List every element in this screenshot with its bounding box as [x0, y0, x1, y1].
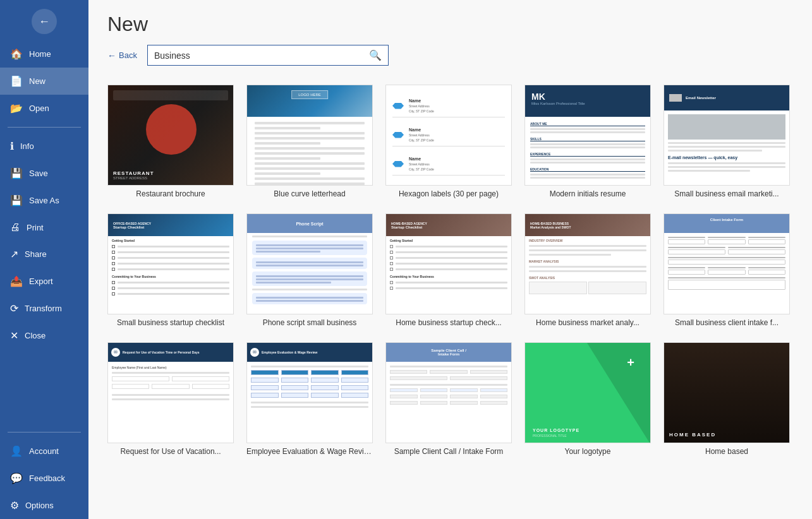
- template-grid: RESTAURANT STREET ADDRESS Restaurant bro…: [88, 72, 812, 519]
- template-thumb-checklist: OFFICE-BASED AGENCY Startup Checklist Ge…: [107, 213, 234, 314]
- sidebar-item-save-as[interactable]: 💾 Save As: [0, 187, 88, 214]
- template-item-modern-resume[interactable]: MK Miss Karlsson Professional Title ABOU…: [524, 85, 651, 198]
- sidebar-item-transform[interactable]: ⟳ Transform: [0, 295, 88, 322]
- template-item-hexagon-labels[interactable]: NameStreet AddressCity, ST ZIP Code Name…: [385, 85, 512, 198]
- share-icon: ↗: [10, 248, 18, 260]
- back-arrow-icon: ←: [107, 51, 116, 61]
- template-item-green-logo[interactable]: + YOUR LOGOTYPE PROFESSIONAL TITLE Your …: [524, 342, 651, 456]
- template-label: Hexagon labels (30 per page): [399, 189, 499, 198]
- template-label: Modern initials resume: [550, 189, 626, 198]
- search-input[interactable]: [148, 47, 363, 64]
- template-thumb-resume: MK Miss Karlsson Professional Title ABOU…: [524, 85, 651, 186]
- sidebar-item-label-options: Options: [25, 501, 54, 510]
- sidebar-item-label-feedback: Feedback: [29, 474, 65, 483]
- open-folder-icon: 📂: [10, 102, 23, 114]
- sidebar-item-label-export: Export: [29, 277, 53, 286]
- sidebar-item-feedback[interactable]: 💬 Feedback: [0, 465, 88, 492]
- template-row-2: OFFICE-BASED AGENCY Startup Checklist Ge…: [107, 213, 793, 327]
- template-thumb-letterhead: LOGO HERE: [246, 85, 373, 186]
- main-content: New ← Back 🔍 RES: [88, 0, 812, 519]
- template-label: Home based: [705, 447, 748, 456]
- save-as-icon: 💾: [10, 194, 23, 206]
- info-icon: ℹ: [10, 140, 14, 152]
- template-thumb-home-based: HOME BASED: [664, 342, 790, 443]
- template-label: Home business startup check...: [396, 318, 501, 327]
- template-item-employee-eval[interactable]: ✉ Employee Evaluation & Wage Review: [246, 342, 373, 456]
- sidebar-item-label-save-as: Save As: [29, 196, 59, 205]
- template-item-client-intake[interactable]: Client Intake Form: [664, 213, 790, 327]
- template-item-blue-letterhead[interactable]: LOGO HERE Blue curve letterhead: [246, 85, 373, 198]
- sidebar-divider-1: [8, 127, 81, 128]
- template-item-home-market[interactable]: HOME-BASED BUSINESS Market Analysis and …: [524, 213, 651, 327]
- print-icon: 🖨: [10, 222, 20, 233]
- template-label: Employee Evaluation & Wage Review: [246, 447, 373, 456]
- sidebar-item-label-home: Home: [29, 49, 51, 59]
- template-item-restaurant-brochure[interactable]: RESTAURANT STREET ADDRESS Restaurant bro…: [107, 85, 234, 198]
- feedback-icon: 💬: [10, 472, 23, 484]
- search-bar: ← Back 🔍: [107, 45, 793, 66]
- back-link-label: Back: [119, 51, 137, 60]
- export-icon: 📤: [10, 275, 23, 287]
- template-label: Blue curve letterhead: [274, 189, 345, 198]
- template-item-phone-script[interactable]: Phone Script: [246, 213, 373, 327]
- sidebar-item-label-info: Info: [20, 141, 34, 151]
- template-thumb-labels: NameStreet AddressCity, ST ZIP Code Name…: [385, 85, 512, 186]
- page-header: New ← Back 🔍: [88, 0, 812, 72]
- home-icon: 🏠: [10, 48, 23, 60]
- new-document-icon: 📄: [10, 75, 23, 87]
- sidebar-item-print[interactable]: 🖨 Print: [0, 214, 88, 241]
- sidebar-item-open[interactable]: 📂 Open: [0, 95, 88, 122]
- template-thumb-client-call: Sample Client Call /Intake Form: [385, 342, 512, 443]
- template-label: Request for Use of Vacation...: [120, 447, 221, 456]
- sidebar-item-new[interactable]: 📄 New: [0, 68, 88, 95]
- template-label: Your logotype: [565, 447, 611, 456]
- template-thumb-green-logo: + YOUR LOGOTYPE PROFESSIONAL TITLE: [524, 342, 651, 443]
- sidebar-item-label-share: Share: [25, 249, 47, 259]
- template-label: Home business market analy...: [536, 318, 639, 327]
- template-thumb-phone: Phone Script: [246, 213, 373, 314]
- template-label: Small business client intake f...: [675, 318, 779, 327]
- sidebar: ← 🏠 Home 📄 New 📂 Open ℹ Info 💾 Save 💾 Sa…: [0, 0, 88, 519]
- sidebar-item-label-transform: Transform: [25, 304, 62, 313]
- template-label: Small business startup checklist: [117, 318, 224, 327]
- sidebar-item-info[interactable]: ℹ Info: [0, 133, 88, 160]
- back-link[interactable]: ← Back: [107, 51, 137, 61]
- template-thumb-restaurant: RESTAURANT STREET ADDRESS: [107, 85, 234, 186]
- sidebar-item-share[interactable]: ↗ Share: [0, 241, 88, 268]
- sidebar-item-label-close: Close: [25, 331, 45, 340]
- template-item-startup-checklist[interactable]: OFFICE-BASED AGENCY Startup Checklist Ge…: [107, 213, 234, 327]
- template-label: Phone script small business: [263, 318, 357, 327]
- template-item-home-based[interactable]: HOME BASED Home based: [664, 342, 790, 456]
- sidebar-item-home[interactable]: 🏠 Home: [0, 40, 88, 68]
- template-item-vacation[interactable]: ✉ Request for Use of Vacation Time or Pe…: [107, 342, 234, 456]
- sidebar-item-label-save: Save: [29, 169, 48, 178]
- transform-icon: ⟳: [10, 302, 18, 314]
- back-button[interactable]: ←: [32, 9, 57, 34]
- template-thumb-home-startup: HOME-BASED AGENCY Startup Checklist Gett…: [385, 213, 512, 314]
- account-icon: 👤: [10, 445, 23, 457]
- close-icon: ✕: [10, 330, 18, 342]
- sidebar-item-save[interactable]: 💾 Save: [0, 160, 88, 187]
- template-item-home-startup[interactable]: HOME-BASED AGENCY Startup Checklist Gett…: [385, 213, 512, 327]
- sidebar-item-close[interactable]: ✕ Close: [0, 322, 88, 349]
- sidebar-spacer: [0, 349, 88, 427]
- template-label: Small business email marketi...: [674, 189, 779, 198]
- template-thumb-email: Email Newsletter E-mail newsletters — qu…: [664, 85, 790, 186]
- search-input-wrap: 🔍: [147, 45, 389, 66]
- sidebar-divider-2: [8, 432, 81, 432]
- template-thumb-intake: Client Intake Form: [664, 213, 790, 314]
- template-thumb-market: HOME-BASED BUSINESS Market Analysis and …: [524, 213, 651, 314]
- template-item-email-newsletter[interactable]: Email Newsletter E-mail newsletters — qu…: [664, 85, 790, 198]
- template-row-1: RESTAURANT STREET ADDRESS Restaurant bro…: [107, 85, 793, 198]
- template-item-client-call[interactable]: Sample Client Call /Intake Form: [385, 342, 512, 456]
- template-label: Restaurant brochure: [136, 189, 205, 198]
- template-row-3: ✉ Request for Use of Vacation Time or Pe…: [107, 342, 793, 456]
- sidebar-item-options[interactable]: ⚙ Options: [0, 492, 88, 519]
- sidebar-item-export[interactable]: 📤 Export: [0, 268, 88, 295]
- back-arrow-icon: ←: [39, 15, 50, 28]
- sidebar-item-account[interactable]: 👤 Account: [0, 438, 88, 465]
- template-label: Sample Client Call / Intake Form: [394, 447, 504, 456]
- page-title: New: [107, 13, 793, 36]
- search-button[interactable]: 🔍: [363, 45, 388, 65]
- sidebar-item-label-account: Account: [29, 446, 59, 456]
